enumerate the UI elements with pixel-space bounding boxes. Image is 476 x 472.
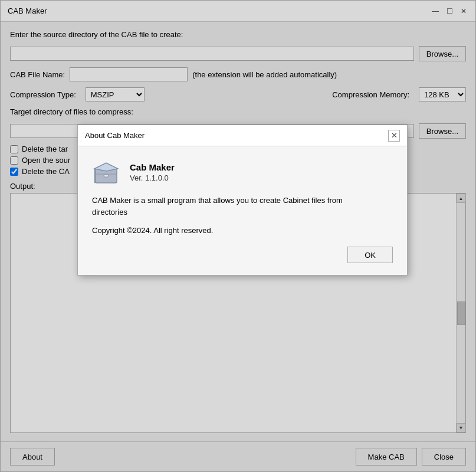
modal-description: CAB Maker is a small program that allows… — [92, 195, 393, 218]
app-icon — [92, 158, 120, 186]
modal-close-button[interactable]: ✕ — [388, 130, 400, 142]
svg-marker-1 — [94, 163, 118, 171]
modal-copyright: Copyright ©2024. All right reserved. — [92, 226, 393, 235]
about-modal: About Cab Maker ✕ — [77, 124, 408, 276]
cabinet-icon — [92, 158, 120, 186]
modal-title-bar: About Cab Maker ✕ — [78, 125, 407, 146]
modal-footer: OK — [78, 247, 407, 275]
app-info: Cab Maker Ver. 1.1.0.0 — [130, 162, 175, 182]
modal-app-row: Cab Maker Ver. 1.1.0.0 — [92, 158, 393, 186]
app-version: Ver. 1.1.0.0 — [130, 173, 175, 182]
main-window: CAB Maker — ☐ ✕ Enter the source directo… — [0, 0, 476, 472]
modal-title: About Cab Maker — [85, 131, 145, 140]
modal-content: Cab Maker Ver. 1.1.0.0 CAB Maker is a sm… — [78, 146, 407, 247]
svg-rect-3 — [104, 175, 109, 177]
app-name: Cab Maker — [130, 162, 175, 172]
svg-marker-4 — [94, 169, 96, 183]
modal-overlay: About Cab Maker ✕ — [1, 1, 475, 471]
modal-ok-button[interactable]: OK — [347, 247, 393, 263]
